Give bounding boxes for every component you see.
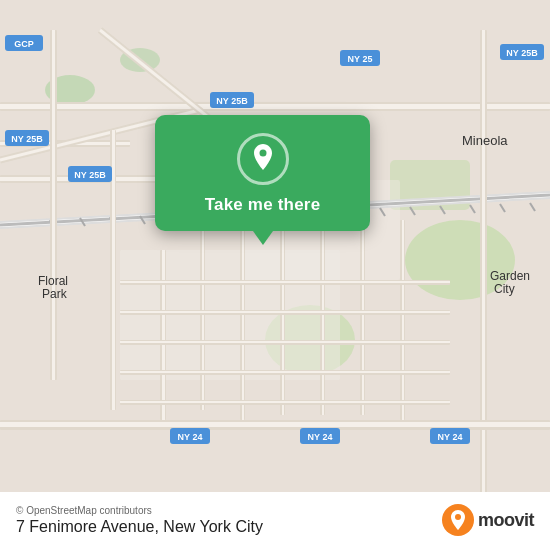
svg-text:Mineola: Mineola — [462, 133, 508, 148]
svg-text:NY 25B: NY 25B — [74, 170, 106, 180]
bottom-info: © OpenStreetMap contributors 7 Fenimore … — [16, 505, 263, 536]
map-roads-svg: GCP NY 25B NY 25B NY 25B NY 25 NY 25B NY… — [0, 0, 550, 550]
location-icon-circle — [237, 133, 289, 185]
moovit-logo: moovit — [442, 504, 534, 536]
svg-text:NY 24: NY 24 — [308, 432, 333, 442]
svg-rect-49 — [202, 230, 204, 410]
svg-rect-43 — [482, 30, 485, 520]
svg-rect-61 — [120, 281, 450, 283]
svg-rect-51 — [242, 220, 244, 420]
popup-card[interactable]: Take me there — [155, 115, 370, 231]
svg-text:NY 25B: NY 25B — [506, 48, 538, 58]
svg-text:NY 25B: NY 25B — [216, 96, 248, 106]
moovit-icon — [442, 504, 474, 536]
svg-rect-67 — [120, 371, 450, 373]
svg-text:NY 24: NY 24 — [178, 432, 203, 442]
location-pin-icon — [251, 144, 275, 174]
svg-text:Park: Park — [42, 287, 68, 301]
svg-rect-39 — [52, 30, 55, 380]
svg-rect-47 — [162, 250, 165, 420]
svg-text:NY 25: NY 25 — [348, 54, 373, 64]
bottom-bar: © OpenStreetMap contributors 7 Fenimore … — [0, 492, 550, 550]
svg-point-95 — [455, 514, 461, 520]
popup-label: Take me there — [205, 195, 321, 215]
svg-point-93 — [259, 150, 266, 157]
moovit-text: moovit — [478, 510, 534, 531]
svg-text:Garden: Garden — [490, 269, 530, 283]
svg-text:Floral: Floral — [38, 274, 68, 288]
address-text: 7 Fenimore Avenue, New York City — [16, 518, 263, 536]
svg-text:GCP: GCP — [14, 39, 34, 49]
svg-rect-45 — [0, 422, 550, 427]
svg-rect-65 — [120, 341, 450, 343]
svg-rect-59 — [402, 220, 404, 420]
svg-rect-69 — [120, 401, 450, 403]
svg-rect-29 — [0, 104, 550, 109]
svg-rect-41 — [112, 130, 115, 410]
svg-text:NY 24: NY 24 — [438, 432, 463, 442]
svg-text:NY 25B: NY 25B — [11, 134, 43, 144]
svg-text:City: City — [494, 282, 515, 296]
map-container: GCP NY 25B NY 25B NY 25B NY 25 NY 25B NY… — [0, 0, 550, 550]
svg-rect-63 — [120, 311, 450, 313]
osm-credit: © OpenStreetMap contributors — [16, 505, 263, 516]
